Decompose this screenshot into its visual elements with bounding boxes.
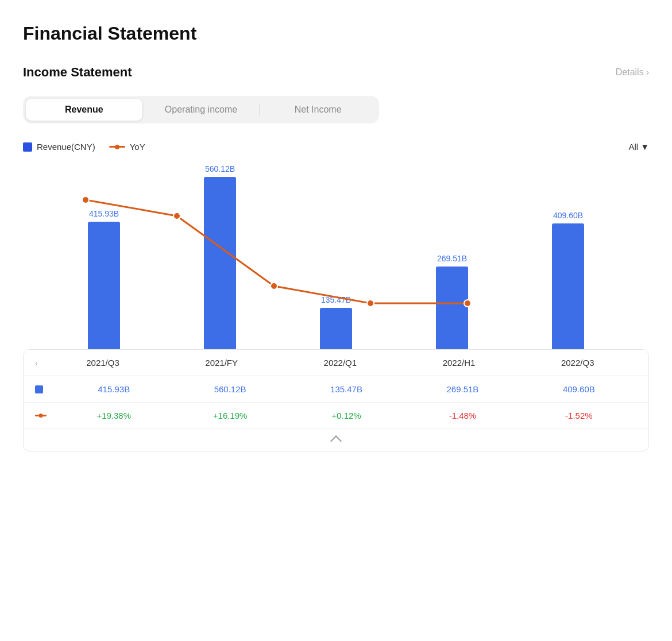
prev-nav[interactable]: ‹	[35, 358, 38, 368]
bar-label-0: 415.93B	[89, 209, 119, 218]
bar-label-4: 409.60B	[553, 211, 583, 220]
tab-revenue[interactable]: Revenue	[26, 99, 142, 121]
legend-row: Revenue(CNY) YoY All ▼	[23, 142, 649, 152]
cell-revenue-2022h1: 269.51B	[404, 384, 520, 394]
bar-group-3: 269.51B	[394, 254, 510, 349]
bar-label-3: 269.51B	[437, 254, 467, 263]
col-2021q3: 2021/Q3	[44, 358, 163, 368]
legend-revenue: Revenue(CNY)	[23, 142, 95, 152]
all-dropdown[interactable]: All ▼	[628, 142, 649, 152]
bar-4	[552, 223, 584, 349]
cell-yoy-2021q3: +19.38%	[56, 411, 172, 420]
table-header: ‹ 2021/Q3 2021/FY 2022/Q1 2022/H1 2022/Q…	[24, 350, 648, 376]
bar-group-2: 135.47B	[278, 295, 394, 349]
section-title: Income Statement	[23, 65, 132, 80]
legend-line-icon	[109, 146, 125, 148]
row-icon-line	[35, 415, 56, 416]
cell-revenue-2022q1: 135.47B	[288, 384, 404, 394]
chart-area: 415.93B560.12B135.47B269.51B409.60B	[23, 165, 649, 349]
bar-2	[320, 308, 352, 349]
collapse-row[interactable]	[24, 429, 648, 451]
bar-0	[88, 222, 120, 349]
chevron-right-icon: ›	[646, 67, 649, 78]
bar-group-0: 415.93B	[46, 209, 162, 349]
col-2021fy: 2021/FY	[162, 358, 281, 368]
cell-yoy-2022q1: +0.12%	[288, 411, 404, 420]
legend-yoy: YoY	[109, 142, 145, 152]
details-label: Details	[616, 67, 644, 78]
tab-bar: Revenue Operating income Net Income	[23, 96, 379, 123]
cell-revenue-2021q3: 415.93B	[56, 384, 172, 394]
legend-square-icon	[23, 142, 32, 152]
tab-operating-income[interactable]: Operating income	[143, 99, 260, 121]
dropdown-arrow-icon: ▼	[640, 142, 649, 152]
cell-yoy-2022h1: -1.48%	[404, 411, 520, 420]
cell-revenue-2022q3: 409.60B	[521, 384, 637, 394]
table-row-yoy: +19.38% +16.19% +0.12% -1.48% -1.52%	[24, 403, 648, 429]
bar-label-1: 560.12B	[205, 164, 235, 173]
cell-yoy-2021fy: +16.19%	[172, 411, 288, 420]
details-link[interactable]: Details ›	[616, 67, 649, 78]
bar-label-2: 135.47B	[321, 295, 351, 304]
cell-revenue-2021fy: 560.12B	[172, 384, 288, 394]
section-header: Income Statement Details ›	[23, 65, 649, 80]
cell-yoy-2022q3: -1.52%	[521, 411, 637, 420]
legend-revenue-label: Revenue(CNY)	[37, 142, 95, 152]
tab-net-income[interactable]: Net Income	[260, 99, 376, 121]
table-row-revenue: 415.93B 560.12B 135.47B 269.51B 409.60B	[24, 376, 648, 403]
legend-yoy-label: YoY	[130, 142, 145, 152]
legend-left: Revenue(CNY) YoY	[23, 142, 145, 152]
col-2022q3: 2022/Q3	[518, 358, 637, 368]
bar-group-1: 560.12B	[162, 164, 278, 349]
bar-3	[436, 267, 468, 349]
col-2022q1: 2022/Q1	[281, 358, 400, 368]
square-icon	[35, 385, 43, 393]
row-icon-square	[35, 385, 56, 393]
collapse-icon	[330, 435, 342, 447]
bars-container: 415.93B560.12B135.47B269.51B409.60B	[23, 165, 649, 349]
all-label: All	[628, 142, 638, 152]
bar-group-4: 409.60B	[510, 211, 626, 349]
bar-1	[204, 177, 236, 349]
data-table: ‹ 2021/Q3 2021/FY 2022/Q1 2022/H1 2022/Q…	[23, 349, 649, 451]
chevron-left-icon: ‹	[35, 358, 38, 368]
line-icon	[35, 415, 47, 416]
page-title: Financial Statement	[23, 23, 649, 44]
col-2022h1: 2022/H1	[400, 358, 519, 368]
